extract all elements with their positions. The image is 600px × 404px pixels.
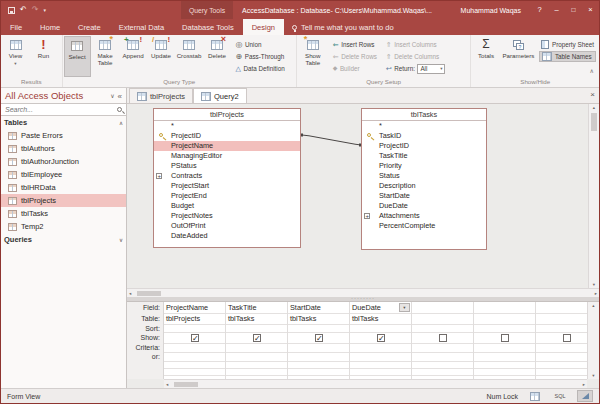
empty-cell[interactable] bbox=[226, 369, 287, 376]
show-checkbox[interactable] bbox=[315, 334, 323, 342]
minimize-icon[interactable] bbox=[548, 1, 565, 19]
empty-cell[interactable] bbox=[474, 369, 535, 376]
undo-icon[interactable] bbox=[20, 6, 27, 14]
expand-plus-icon[interactable] bbox=[364, 213, 370, 219]
scroll-up-icon[interactable] bbox=[589, 105, 599, 110]
datasheet-view-icon[interactable] bbox=[527, 390, 543, 402]
show-cell[interactable] bbox=[412, 333, 473, 344]
field-row-status[interactable]: Status bbox=[362, 171, 486, 181]
or-cell[interactable] bbox=[226, 353, 287, 362]
sidebar-item-tblauthors[interactable]: tblAuthors bbox=[1, 142, 126, 155]
sidebar-item-tbltasks[interactable]: tblTasks bbox=[1, 207, 126, 220]
criteria-cell[interactable] bbox=[474, 344, 535, 353]
field-row-percentcomplete[interactable]: PercentComplete bbox=[362, 221, 486, 231]
sidebar-item-paste-errors[interactable]: Paste Errors bbox=[1, 129, 126, 142]
field-cell[interactable]: ProjectName bbox=[164, 302, 225, 314]
field-list-tbltasks[interactable]: tblTasks * TaskID ProjectID TaskTitle Pr… bbox=[361, 108, 487, 250]
field-row-tasktitle[interactable]: TaskTitle bbox=[362, 151, 486, 161]
show-checkbox[interactable] bbox=[377, 334, 385, 342]
vertical-scrollbar[interactable] bbox=[588, 104, 599, 288]
show-checkbox[interactable] bbox=[563, 334, 571, 342]
show-checkbox[interactable] bbox=[253, 334, 261, 342]
return-dropdown[interactable]: All bbox=[417, 64, 445, 74]
show-cell[interactable] bbox=[474, 333, 535, 344]
sort-cell[interactable] bbox=[226, 325, 287, 333]
scroll-left-icon[interactable] bbox=[166, 382, 168, 387]
empty-cell[interactable] bbox=[288, 362, 349, 369]
crosstab-button[interactable]: Crosstab bbox=[176, 36, 203, 77]
field-row-projectid[interactable]: ProjectID bbox=[154, 131, 300, 141]
scroll-right-icon[interactable] bbox=[595, 291, 597, 296]
field-cell[interactable] bbox=[474, 302, 535, 314]
pass-through-button[interactable]: Pass-Through bbox=[234, 51, 287, 62]
table-cell[interactable] bbox=[536, 314, 587, 325]
empty-cell[interactable] bbox=[164, 369, 225, 376]
table-cell[interactable] bbox=[412, 314, 473, 325]
field-row-asterisk[interactable]: * bbox=[362, 121, 486, 131]
criteria-cell[interactable] bbox=[288, 344, 349, 353]
field-list-title[interactable]: tblTasks bbox=[362, 109, 486, 121]
nav-section-queries[interactable]: Queries bbox=[1, 233, 126, 246]
scroll-up-icon[interactable] bbox=[588, 303, 599, 308]
field-row-pstatus[interactable]: PStatus bbox=[154, 161, 300, 171]
criteria-cell[interactable] bbox=[536, 344, 587, 353]
empty-cell[interactable] bbox=[412, 369, 473, 376]
data-definition-button[interactable]: Data Definition bbox=[234, 63, 287, 74]
field-row-contracts[interactable]: Contracts bbox=[154, 171, 300, 181]
or-cell[interactable] bbox=[350, 353, 411, 362]
grid-vertical-scrollbar[interactable] bbox=[587, 302, 599, 379]
field-row-taskid[interactable]: TaskID bbox=[362, 131, 486, 141]
or-cell[interactable] bbox=[536, 353, 587, 362]
table-cell[interactable]: tblTasks bbox=[350, 314, 411, 325]
help-icon[interactable] bbox=[531, 1, 548, 19]
append-button[interactable]: Append bbox=[120, 36, 147, 77]
tab-create[interactable]: Create bbox=[69, 19, 110, 35]
field-cell[interactable]: TaskTitle bbox=[226, 302, 287, 314]
field-row-dateadded[interactable]: DateAdded bbox=[154, 231, 300, 241]
run-button[interactable]: Run bbox=[30, 36, 57, 77]
field-row-projectstart[interactable]: ProjectStart bbox=[154, 181, 300, 191]
show-checkbox[interactable] bbox=[191, 334, 199, 342]
field-dropdown-icon[interactable] bbox=[399, 303, 410, 312]
tab-file[interactable]: File bbox=[1, 19, 31, 35]
sort-cell[interactable] bbox=[474, 325, 535, 333]
tab-database-tools[interactable]: Database Tools bbox=[173, 19, 243, 35]
property-sheet-button[interactable]: Property Sheet bbox=[539, 39, 596, 50]
show-cell[interactable] bbox=[350, 333, 411, 344]
show-cell[interactable] bbox=[288, 333, 349, 344]
customize-qat-icon[interactable] bbox=[43, 6, 46, 14]
maximize-icon[interactable] bbox=[565, 1, 582, 19]
show-checkbox[interactable] bbox=[439, 334, 447, 342]
tab-external-data[interactable]: External Data bbox=[110, 19, 173, 35]
field-row-projectnotes[interactable]: ProjectNotes bbox=[154, 211, 300, 221]
field-row-priority[interactable]: Priority bbox=[362, 161, 486, 171]
empty-cell[interactable] bbox=[288, 369, 349, 376]
table-cell[interactable]: tblTasks bbox=[288, 314, 349, 325]
show-cell[interactable] bbox=[164, 333, 225, 344]
or-cell[interactable] bbox=[288, 353, 349, 362]
tab-design[interactable]: Design bbox=[243, 19, 284, 35]
criteria-cell[interactable] bbox=[412, 344, 473, 353]
criteria-cell[interactable] bbox=[164, 344, 225, 353]
select-query-button[interactable]: Select bbox=[64, 36, 91, 77]
sidebar-item-tblhrdata[interactable]: tblHRData bbox=[1, 181, 126, 194]
doc-tab-tblprojects[interactable]: tblProjects bbox=[129, 88, 193, 103]
redo-icon[interactable] bbox=[32, 6, 39, 14]
field-cell[interactable]: StartDate bbox=[288, 302, 349, 314]
builder-button[interactable]: Builder bbox=[331, 63, 379, 74]
scroll-down-icon[interactable] bbox=[589, 282, 599, 287]
sidebar-item-tblprojects[interactable]: tblProjects bbox=[1, 194, 126, 207]
sort-cell[interactable] bbox=[536, 325, 587, 333]
totals-button[interactable]: Totals bbox=[472, 36, 499, 77]
empty-cell[interactable] bbox=[350, 362, 411, 369]
shutter-close-icon[interactable] bbox=[118, 90, 122, 101]
design-view-icon[interactable] bbox=[577, 390, 593, 402]
field-row-outofprint[interactable]: OutOfPrint bbox=[154, 221, 300, 231]
view-button[interactable]: View bbox=[2, 36, 29, 77]
doc-tab-query2[interactable]: Query2 bbox=[193, 88, 247, 103]
show-cell[interactable] bbox=[536, 333, 587, 344]
union-button[interactable]: Union bbox=[234, 39, 287, 50]
sort-cell[interactable] bbox=[164, 325, 225, 333]
show-checkbox[interactable] bbox=[501, 334, 509, 342]
sort-cell[interactable] bbox=[412, 325, 473, 333]
